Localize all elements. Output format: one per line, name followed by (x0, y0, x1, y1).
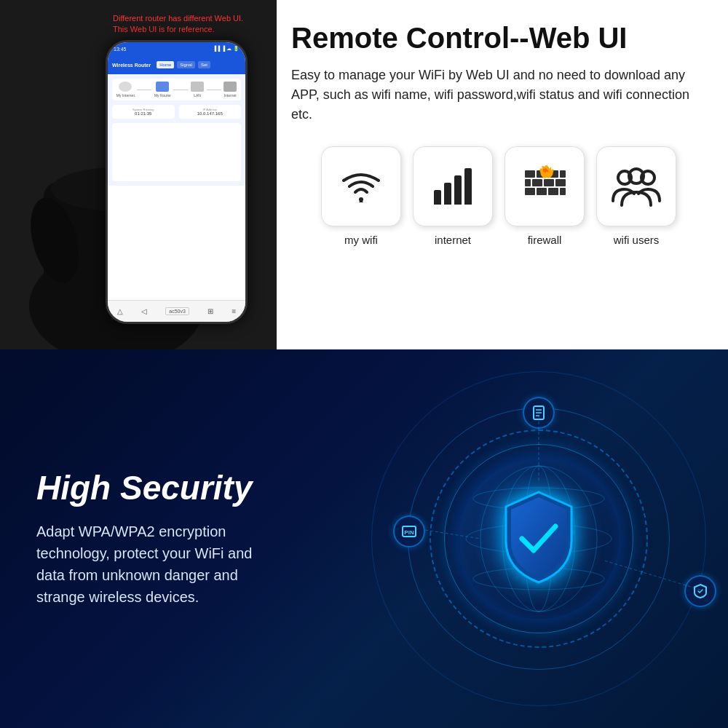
feature-internet: internet (413, 146, 493, 246)
shield-icon (491, 486, 586, 588)
security-title: High Security (36, 470, 269, 507)
right-content: Remote Control--Web UI Easy to manage yo… (277, 0, 728, 349)
svg-line-35 (425, 530, 480, 539)
phone-status-bar: 13:45 ▐▐ ▐ ☁ 🔋 (108, 42, 245, 55)
phone-status-running: System Running 01:21:35 (112, 105, 175, 119)
bottom-section: High Security Adapt WPA/WPA2 encryption … (0, 349, 728, 728)
svg-point-4 (22, 192, 87, 288)
phone-diagram-device: Internet (223, 82, 237, 98)
wifi-icon-box (321, 146, 401, 226)
phone-content-area (112, 123, 241, 181)
phone-tab-home[interactable]: Home (157, 61, 174, 68)
phone-bottom-bar: △ ◁ ac50v3 ⊞ ≡ (108, 300, 245, 322)
svg-rect-15 (537, 188, 547, 195)
phone-home-btn[interactable]: △ (117, 307, 123, 315)
wifi-icon (336, 165, 387, 208)
phone-text-btn[interactable]: ac50v3 (165, 307, 189, 315)
shield-center (491, 486, 586, 591)
phone-area: Different router has different Web UI. T… (0, 0, 277, 349)
firewall-icon-box (505, 146, 585, 226)
notice-text: Different router has different Web UI. T… (113, 13, 258, 36)
svg-point-5 (359, 197, 363, 202)
svg-rect-6 (525, 170, 535, 178)
phone-mockup: 13:45 ▐▐ ▐ ☁ 🔋 Wireless Router Home Sign… (106, 40, 248, 324)
internet-label: internet (435, 234, 471, 246)
phone-back-btn[interactable]: ◁ (141, 307, 147, 315)
users-icon (610, 163, 662, 210)
svg-rect-12 (544, 179, 554, 186)
svg-line-36 (604, 561, 700, 590)
phone-nav-tabs: Home Signal Set (157, 61, 210, 68)
svg-rect-14 (525, 188, 535, 195)
svg-rect-13 (555, 179, 566, 186)
phone-grid-btn[interactable]: ⊞ (207, 307, 213, 315)
phone-diagram-lan: LAN (191, 82, 204, 98)
bottom-left: High Security Adapt WPA/WPA2 encryption … (0, 426, 306, 652)
firewall-icon (519, 163, 570, 210)
phone-diagram-internet: My Internet (116, 82, 135, 98)
svg-rect-11 (532, 179, 542, 186)
phone-signal-icons: ▐▐ ▐ ☁ 🔋 (213, 46, 240, 52)
phone-content: My Internet My Router LAN (108, 74, 245, 186)
wifi-users-label: wifi users (614, 234, 660, 246)
users-icon-box (596, 146, 676, 226)
globe-area: PIN (328, 357, 728, 721)
internet-icon-box (413, 146, 493, 226)
phone-tab-signal[interactable]: Signal (177, 61, 195, 68)
feature-wifi-users: wifi users (596, 146, 676, 246)
svg-rect-10 (525, 179, 531, 186)
phone-time: 13:45 (114, 47, 127, 52)
main-desc: Easy to manage your WiFi by Web UI and n… (291, 66, 706, 124)
firewall-label: firewall (528, 234, 562, 246)
phone-diagram: My Internet My Router LAN (112, 79, 241, 100)
top-section: Different router has different Web UI. T… (0, 0, 728, 349)
phone-diagram-router: My Router (154, 82, 171, 98)
phone-menu-btn[interactable]: ≡ (232, 307, 236, 315)
svg-rect-16 (548, 188, 558, 195)
wifi-label: my wifi (344, 234, 378, 246)
phone-tab-settings[interactable]: Set (198, 61, 210, 68)
phone-screen: 13:45 ▐▐ ▐ ☁ 🔋 Wireless Router Home Sign… (108, 42, 245, 322)
phone-nav-bar: Wireless Router Home Signal Set (108, 55, 245, 74)
phone-status-ip: IP Address 10.0.147.165 (179, 105, 242, 119)
phone-status-row: System Running 01:21:35 IP Address 10.0.… (112, 105, 241, 119)
security-desc: Adapt WPA/WPA2 encryption technology, pr… (36, 521, 269, 608)
phone-brand: Wireless Router (112, 63, 151, 68)
features-row: my wifi internet (291, 146, 706, 246)
main-title: Remote Control--Web UI (291, 22, 706, 54)
feature-my-wifi: my wifi (321, 146, 401, 246)
feature-firewall: firewall (505, 146, 585, 246)
svg-rect-9 (560, 170, 566, 178)
bars-icon (434, 168, 472, 205)
svg-rect-17 (560, 188, 566, 195)
